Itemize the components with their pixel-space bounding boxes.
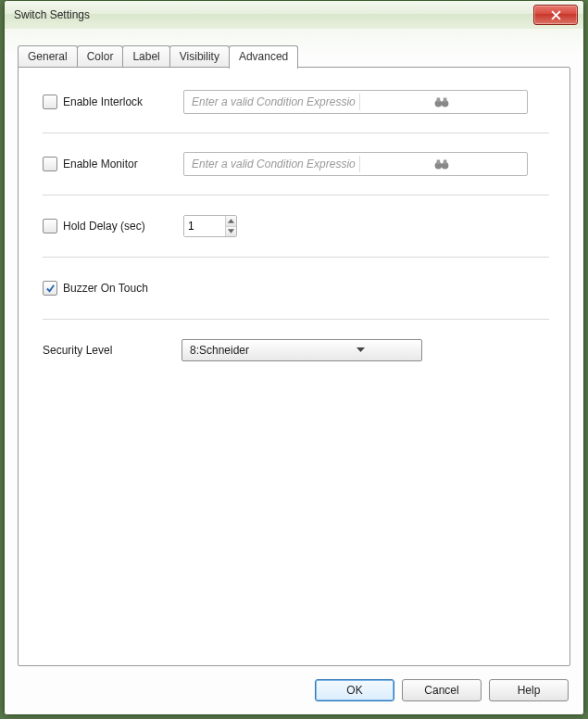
input-monitor-expression[interactable]: Enter a valid Condition Expression. Its … [183, 152, 528, 176]
dialog-window: Switch Settings General Color Label Visi… [4, 0, 584, 715]
svg-rect-2 [440, 102, 444, 105]
separator [43, 257, 549, 258]
select-security-level[interactable]: 8:Schneider [181, 339, 422, 361]
separator [43, 132, 549, 133]
cancel-button[interactable]: Cancel [402, 679, 482, 701]
dialog-buttons: OK Cancel Help [315, 679, 569, 701]
binoculars-icon[interactable] [359, 94, 524, 110]
input-interlock-expression[interactable]: Enter a valid Condition Expression. Its … [183, 90, 528, 114]
svg-rect-9 [444, 160, 447, 165]
placeholder-monitor: Enter a valid Condition Expression. Its … [192, 158, 356, 170]
row-hold-delay: Hold Delay (sec) [43, 212, 549, 240]
spinner-hold-delay[interactable] [183, 215, 237, 237]
tab-advanced[interactable]: Advanced [229, 45, 298, 69]
spinner-up[interactable] [226, 216, 236, 227]
chevron-down-icon [304, 343, 418, 358]
checkbox-buzzer[interactable] [43, 281, 57, 296]
svg-rect-4 [444, 98, 447, 103]
separator [43, 319, 549, 320]
label-security-level: Security Level [43, 344, 181, 357]
svg-rect-7 [440, 164, 444, 167]
tab-strip: General Color Label Visibility Advanced [18, 45, 297, 69]
label-buzzer: Buzzer On Touch [63, 282, 183, 295]
checkbox-enable-interlock[interactable] [43, 95, 57, 109]
label-enable-interlock: Enable Interlock [63, 95, 183, 108]
close-icon [551, 10, 561, 20]
chevron-down-icon [228, 229, 234, 233]
checkbox-hold-delay[interactable] [43, 219, 57, 233]
window-title: Switch Settings [14, 8, 533, 21]
label-hold-delay: Hold Delay (sec) [63, 220, 183, 233]
row-buzzer: Buzzer On Touch [43, 274, 549, 302]
chevron-up-icon [228, 219, 234, 223]
tabpanel-advanced: Enable Interlock Enter a valid Condition… [18, 67, 570, 666]
input-hold-delay-value[interactable] [184, 216, 225, 236]
titlebar[interactable]: Switch Settings [5, 1, 583, 30]
svg-rect-3 [436, 98, 440, 103]
ok-button[interactable]: OK [315, 679, 394, 701]
help-button[interactable]: Help [489, 679, 569, 701]
binoculars-icon[interactable] [359, 156, 524, 172]
close-button[interactable] [533, 5, 578, 25]
tab-color[interactable]: Color [77, 45, 124, 69]
tab-label[interactable]: Label [122, 45, 169, 69]
label-enable-monitor: Enable Monitor [63, 158, 183, 170]
spinner-down[interactable] [226, 227, 236, 237]
tab-visibility[interactable]: Visibility [169, 45, 230, 69]
row-enable-interlock: Enable Interlock Enter a valid Condition… [43, 88, 549, 116]
tab-general[interactable]: General [18, 45, 78, 69]
client-area: General Color Label Visibility Advanced … [5, 29, 583, 714]
svg-rect-8 [436, 160, 440, 165]
separator [43, 195, 549, 196]
placeholder-interlock: Enter a valid Condition Expression. Its … [192, 95, 356, 108]
row-enable-monitor: Enable Monitor Enter a valid Condition E… [43, 150, 549, 178]
select-security-value: 8:Schneider [190, 344, 304, 357]
checkbox-enable-monitor[interactable] [43, 157, 57, 171]
row-security-level: Security Level 8:Schneider [43, 336, 549, 364]
